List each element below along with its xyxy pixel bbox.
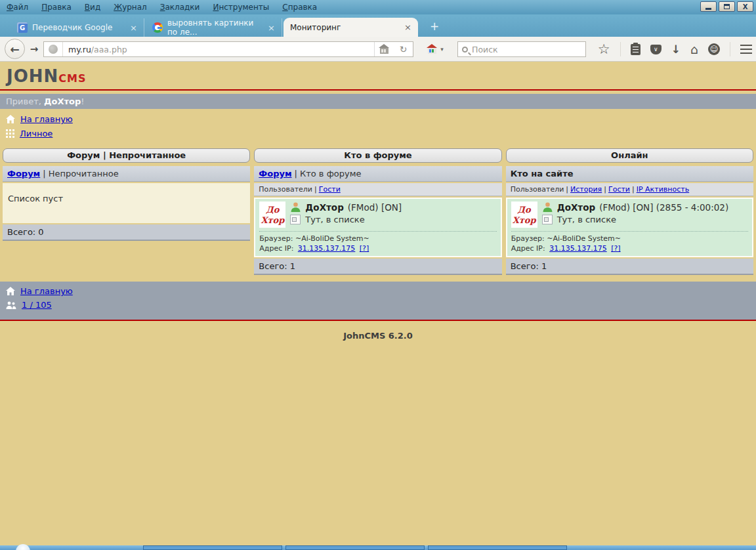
checkbox-inner [544, 217, 549, 222]
filter-ip-activity-link[interactable]: IP Активность [637, 185, 689, 194]
menu-tools[interactable]: Инструменты [213, 3, 269, 12]
separator: | [292, 169, 300, 179]
avatar[interactable]: ДоХтор [511, 201, 537, 228]
tab-close-icon[interactable]: × [130, 23, 137, 33]
toolbar-separator [620, 42, 621, 56]
forward-button[interactable]: → [27, 43, 41, 56]
checkbox-icon[interactable] [290, 215, 301, 224]
quicklink-personal-row: Личное [6, 129, 750, 138]
google-icon [152, 22, 163, 33]
address-bar[interactable]: my.ru/aaa.php ↻ [43, 41, 413, 57]
ip-link[interactable]: 31.135.137.175 [298, 244, 355, 253]
forum-link[interactable]: Форум [7, 169, 40, 179]
user-info: ДоХтор (FMod) [ON] Тут, в списке [290, 201, 496, 228]
footer-home-row: На главную [6, 286, 750, 296]
tab-google-search[interactable]: выровнять картинки по ле... × [146, 18, 282, 37]
ip-help-link[interactable]: [?] [611, 244, 620, 253]
browser-value: ~Ai-BoliDe System~ [295, 234, 369, 243]
separator: | [564, 185, 570, 194]
search-input[interactable] [472, 45, 564, 54]
menu-help[interactable]: Справка [282, 3, 317, 12]
ip-label: Адрес IP: [511, 244, 545, 253]
toolbar-separator [730, 42, 730, 56]
windows-taskbar[interactable] [0, 545, 756, 550]
hamburger-menu-icon[interactable] [740, 45, 752, 47]
separator: | [312, 185, 319, 194]
tab-close-icon[interactable]: × [404, 22, 411, 32]
menu-history[interactable]: Журнал [114, 3, 147, 12]
avatar[interactable]: ДоХтор [259, 201, 285, 228]
hello-chat-icon[interactable]: ☺ [708, 43, 720, 55]
site-logo[interactable]: JOHN [7, 66, 58, 86]
user-card-top: ДоХтор ДоХтор (FMod) [ON] Тут, в списке [259, 201, 496, 228]
taskbar-window-button[interactable] [428, 545, 567, 550]
footer-home-link[interactable]: На главную [20, 286, 73, 296]
tab-title: выровнять картинки по ле... [167, 18, 263, 37]
filter-guests-link[interactable]: Гости [608, 185, 630, 194]
search-icon [462, 47, 468, 53]
greeting-prefix: Привет, [6, 96, 44, 106]
tab-monitoring-active[interactable]: Мониторинг × [284, 18, 418, 37]
user-icon [290, 201, 301, 213]
browser-value: ~Ai-BoliDe System~ [547, 234, 621, 243]
search-engine-button[interactable]: ▾ [420, 41, 452, 57]
username[interactable]: ДоХтор [557, 202, 595, 213]
menu-bookmarks[interactable]: Закладки [160, 3, 200, 12]
site-logo-suffix[interactable]: CMS [58, 72, 86, 85]
taskbar-window-button[interactable] [143, 545, 282, 550]
taskbar-window-button[interactable] [285, 545, 425, 550]
separator: | [40, 169, 48, 179]
back-button[interactable]: ← [5, 39, 25, 59]
close-button[interactable]: X [737, 1, 753, 12]
ip-help-link[interactable]: [?] [360, 244, 369, 253]
pocket-icon[interactable]: ∨ [650, 45, 662, 54]
username[interactable]: ДоХтор [305, 202, 343, 213]
tab-close-icon[interactable]: × [268, 23, 275, 33]
filter-bar: Пользователи|Гости [254, 183, 501, 196]
new-tab-button[interactable]: + [427, 20, 442, 33]
column-title: Кто в форуме [254, 148, 501, 163]
reload-button[interactable]: ↻ [394, 42, 413, 56]
user-status-line: Тут, в списке [542, 215, 748, 224]
forum-link[interactable]: Форум [259, 169, 291, 179]
greeting-bar: Привет, ДоХтор! [0, 94, 756, 109]
tab-strip: G Переводчик Google × выровнять картинки… [0, 14, 756, 37]
downloads-icon[interactable]: ↓ [671, 43, 681, 56]
filter-guests-link[interactable]: Гости [319, 185, 341, 194]
ip-link[interactable]: 31.135.137.175 [549, 244, 606, 253]
footer-online-row: 1 / 105 [6, 300, 750, 310]
filter-users: Пользователи [259, 185, 312, 194]
column-who-in-forum: Кто в форуме Форум|Кто в форуме Пользова… [254, 148, 501, 275]
url-text[interactable]: my.ru/aaa.php [68, 45, 374, 54]
browser-line: Браузер: ~Ai-BoliDe System~ [511, 234, 748, 243]
checkbox-inner [292, 217, 297, 222]
site-logo-row: JOHNCMS [0, 62, 756, 91]
greeting-username: ДоХтор [44, 96, 81, 106]
personal-link[interactable]: Личное [20, 129, 52, 138]
bookmarks-list-icon[interactable] [631, 44, 640, 55]
checkbox-icon[interactable] [542, 215, 553, 224]
menu-file[interactable]: Файл [7, 3, 28, 12]
home-link[interactable]: На главную [20, 114, 73, 124]
site-home-icon-dots [381, 49, 387, 53]
menu-edit[interactable]: Правка [41, 3, 72, 12]
breadcrumb: Форум|Кто в форуме [254, 166, 501, 182]
menu-view[interactable]: Вид [85, 3, 100, 12]
ip-line: Адрес IP: 31.135.137.175 [?] [511, 244, 748, 253]
footer-online-count-link[interactable]: 1 / 105 [22, 300, 52, 310]
minimize-icon [705, 8, 711, 10]
bookmark-star-icon[interactable]: ☆ [598, 42, 610, 56]
search-bar[interactable] [457, 41, 586, 57]
maximize-button[interactable] [719, 1, 735, 12]
user-name-line: ДоХтор (FMod) [ON] (2855 - 4:00:02) [542, 201, 748, 213]
start-button[interactable] [16, 544, 30, 550]
user-card: ДоХтор ДоХтор (FMod) [ON] (2855 - 4:00:0… [506, 198, 753, 257]
filter-history-link[interactable]: История [570, 185, 602, 194]
menu-bar: Файл Правка Вид Журнал Закладки Инструме… [0, 0, 756, 12]
home-icon[interactable]: ⌂ [690, 42, 698, 56]
minimize-button[interactable] [700, 1, 717, 12]
breadcrumb: Форум|Непрочитанное [3, 166, 250, 182]
site-home-button[interactable] [375, 42, 394, 56]
tab-google-translate[interactable]: G Переводчик Google × [10, 18, 144, 37]
separator: | [602, 185, 608, 194]
